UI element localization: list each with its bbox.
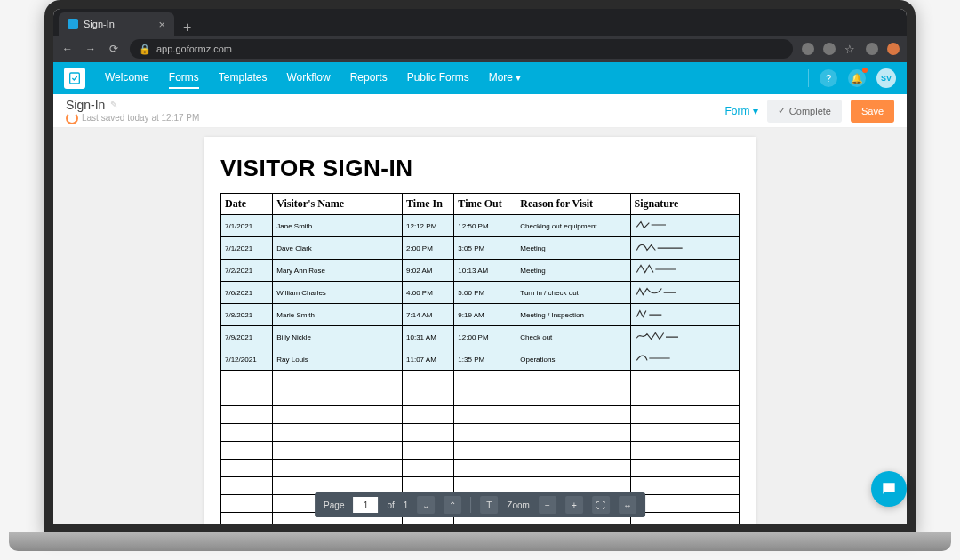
- visitor-table[interactable]: DateVisitor's NameTime InTime OutReason …: [220, 193, 740, 524]
- empty-cell[interactable]: [403, 460, 454, 477]
- cell-in[interactable]: 10:31 AM: [403, 326, 454, 348]
- table-row-empty[interactable]: [221, 442, 740, 460]
- empty-cell[interactable]: [273, 424, 403, 442]
- page-number-input[interactable]: [353, 497, 378, 513]
- cell-in[interactable]: 2:00 PM: [403, 237, 454, 260]
- cell-out[interactable]: 10:13 AM: [454, 260, 516, 282]
- signature-cell[interactable]: [630, 348, 739, 371]
- cell-name[interactable]: Dave Clark: [273, 237, 403, 260]
- empty-cell[interactable]: [221, 495, 273, 513]
- tool-button[interactable]: T: [480, 496, 498, 514]
- empty-cell[interactable]: [221, 477, 273, 495]
- table-row-empty[interactable]: [221, 406, 740, 424]
- empty-cell[interactable]: [273, 442, 403, 460]
- cell-date[interactable]: 7/1/2021: [221, 237, 273, 260]
- empty-cell[interactable]: [403, 424, 454, 442]
- empty-cell[interactable]: [516, 460, 630, 477]
- help-icon[interactable]: ?: [820, 69, 837, 87]
- cell-name[interactable]: Mary Ann Rose: [273, 260, 403, 282]
- notifications-icon[interactable]: 🔔: [848, 69, 866, 87]
- cell-date[interactable]: 7/1/2021: [221, 215, 273, 237]
- empty-cell[interactable]: [630, 406, 739, 424]
- chat-widget-button[interactable]: [871, 471, 907, 507]
- cell-out[interactable]: 5:00 PM: [454, 282, 516, 304]
- cell-reason[interactable]: Meeting: [516, 237, 630, 260]
- table-row[interactable]: 7/8/2021Marie Smith7:14 AM9:19 AMMeeting…: [221, 304, 740, 326]
- save-button[interactable]: Save: [851, 100, 894, 123]
- signature-cell[interactable]: [630, 215, 739, 237]
- cell-in[interactable]: 11:07 AM: [403, 348, 454, 371]
- cell-name[interactable]: Marie Smith: [273, 304, 403, 326]
- table-row-empty[interactable]: [221, 460, 740, 477]
- table-row[interactable]: 7/6/2021William Charles4:00 PM5:00 PMTur…: [221, 282, 740, 304]
- cell-name[interactable]: Billy Nickle: [273, 326, 403, 348]
- cell-reason[interactable]: Turn in / check out: [516, 282, 630, 304]
- empty-cell[interactable]: [630, 513, 739, 525]
- empty-cell[interactable]: [221, 442, 273, 460]
- user-avatar[interactable]: SV: [876, 68, 896, 88]
- nav-item-reports[interactable]: Reports: [350, 68, 388, 89]
- nav-item-forms[interactable]: Forms: [169, 68, 199, 89]
- empty-cell[interactable]: [454, 388, 516, 406]
- signature-cell[interactable]: [630, 282, 739, 304]
- empty-cell[interactable]: [516, 388, 630, 406]
- cell-in[interactable]: 4:00 PM: [403, 282, 454, 304]
- empty-cell[interactable]: [630, 371, 739, 388]
- empty-cell[interactable]: [273, 371, 403, 388]
- reload-icon[interactable]: ⟳: [107, 43, 121, 55]
- complete-button[interactable]: ✓ Complete: [767, 100, 842, 123]
- edit-title-icon[interactable]: ✎: [110, 100, 117, 109]
- nav-item-welcome[interactable]: Welcome: [105, 68, 149, 89]
- extensions-menu-icon[interactable]: [866, 43, 878, 55]
- cell-reason[interactable]: Meeting / Inspection: [516, 304, 630, 326]
- empty-cell[interactable]: [403, 388, 454, 406]
- cell-out[interactable]: 12:50 PM: [454, 215, 516, 237]
- empty-cell[interactable]: [221, 388, 273, 406]
- cell-out[interactable]: 1:35 PM: [454, 348, 516, 371]
- empty-cell[interactable]: [630, 495, 739, 513]
- table-row[interactable]: 7/1/2021Jane Smith12:12 PM12:50 PMChecki…: [221, 215, 740, 237]
- fit-width-icon[interactable]: ↔: [619, 496, 636, 514]
- cell-name[interactable]: William Charles: [273, 282, 403, 304]
- empty-cell[interactable]: [454, 424, 516, 442]
- form-canvas[interactable]: VISITOR SIGN-IN DateVisitor's NameTime I…: [53, 128, 907, 524]
- zoom-out-icon[interactable]: −: [539, 496, 556, 514]
- table-row-empty[interactable]: [221, 371, 740, 388]
- empty-cell[interactable]: [630, 388, 739, 406]
- cell-out[interactable]: 3:05 PM: [454, 237, 516, 260]
- cell-reason[interactable]: Checking out equipment: [516, 215, 630, 237]
- browser-profile-avatar[interactable]: [887, 43, 900, 55]
- cell-out[interactable]: 9:19 AM: [454, 304, 516, 326]
- fit-page-icon[interactable]: ⛶: [592, 496, 610, 514]
- empty-cell[interactable]: [221, 513, 273, 525]
- empty-cell[interactable]: [221, 424, 273, 442]
- empty-cell[interactable]: [221, 460, 273, 477]
- empty-cell[interactable]: [221, 371, 273, 388]
- url-field[interactable]: 🔒 app.goformz.com: [130, 39, 793, 59]
- empty-cell[interactable]: [454, 442, 516, 460]
- signature-cell[interactable]: [630, 304, 739, 326]
- empty-cell[interactable]: [630, 460, 739, 477]
- empty-cell[interactable]: [454, 371, 516, 388]
- empty-cell[interactable]: [273, 388, 403, 406]
- empty-cell[interactable]: [516, 371, 630, 388]
- cell-name[interactable]: Jane Smith: [273, 215, 403, 237]
- app-logo[interactable]: [64, 68, 85, 89]
- table-row[interactable]: 7/12/2021Ray Louis11:07 AM1:35 PMOperati…: [221, 348, 740, 371]
- prev-page-icon[interactable]: ⌃: [444, 496, 461, 514]
- empty-cell[interactable]: [630, 442, 739, 460]
- empty-cell[interactable]: [630, 477, 739, 495]
- cell-date[interactable]: 7/12/2021: [221, 348, 273, 371]
- cell-date[interactable]: 7/8/2021: [221, 304, 273, 326]
- nav-item-workflow[interactable]: Workflow: [287, 68, 331, 89]
- cell-reason[interactable]: Check out: [516, 326, 630, 348]
- cell-reason[interactable]: Operations: [516, 348, 630, 371]
- cell-reason[interactable]: Meeting: [516, 260, 630, 282]
- empty-cell[interactable]: [221, 406, 273, 424]
- zoom-in-icon[interactable]: +: [565, 496, 583, 514]
- close-icon[interactable]: ×: [158, 18, 165, 31]
- extension-icon[interactable]: [802, 43, 814, 55]
- empty-cell[interactable]: [454, 406, 516, 424]
- empty-cell[interactable]: [273, 406, 403, 424]
- signature-cell[interactable]: [630, 326, 739, 348]
